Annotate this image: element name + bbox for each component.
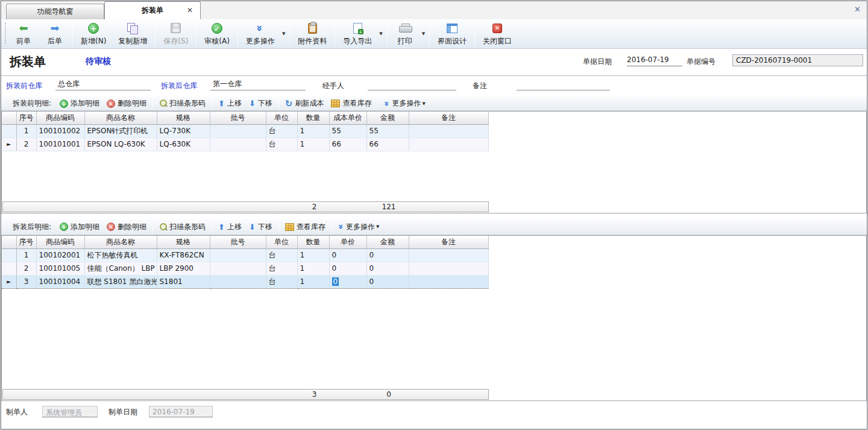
warehouse-after-label: 拆装后仓库: [161, 81, 197, 91]
maker-label: 制单人: [6, 407, 28, 417]
table-row[interactable]: 1 100102001 松下热敏传真机 KX-FT862CN 台 1 0 0: [2, 248, 488, 262]
col-remark[interactable]: 备注: [409, 236, 488, 248]
toolbar-separator: [153, 98, 153, 109]
col-remark[interactable]: 备注: [409, 112, 488, 124]
detail1-move-down-button[interactable]: ⬇ 下移: [245, 97, 276, 110]
detail1-move-up-label: 上移: [227, 98, 242, 109]
detail2-amount-total: 0: [368, 390, 410, 399]
next-doc-label: 后单: [48, 36, 62, 46]
col-unit[interactable]: 单位: [266, 112, 297, 124]
detail1-scan-barcode-button[interactable]: 扫描条形码: [156, 97, 209, 110]
col-seq[interactable]: 序号: [16, 236, 36, 248]
remark-field[interactable]: [517, 79, 610, 90]
save-label: 保存(S): [163, 36, 188, 46]
col-amount[interactable]: 金额: [366, 236, 409, 248]
detail2-header-row: 序号 商品编码 商品名称 规格 批号 单位 数量 单价 金额 备注: [2, 236, 488, 248]
plus-circle-icon: +: [60, 223, 68, 231]
col-spec[interactable]: 规格: [157, 236, 210, 248]
col-seq[interactable]: 序号: [16, 112, 36, 124]
tab-bar: 功能导航窗 拆装单 ✕ ✕: [1, 1, 867, 19]
detail2-move-up-label: 上移: [227, 222, 242, 232]
col-spec[interactable]: 规格: [157, 112, 210, 124]
col-batch[interactable]: 批号: [210, 112, 266, 124]
col-cost-price[interactable]: 成本单价: [329, 112, 366, 124]
detail1-view-stock-label: 查看库存: [342, 98, 371, 109]
toolbar-grip: [4, 23, 7, 45]
dropdown-arrow-icon[interactable]: ▼: [282, 31, 285, 36]
copy-add-button[interactable]: 复制新增: [112, 19, 153, 48]
detail2-move-down-button[interactable]: ⬇ 下移: [245, 221, 276, 233]
col-price[interactable]: 单价: [329, 236, 366, 248]
doc-date-field[interactable]: 2016-07-19: [627, 55, 682, 66]
detail2-grid-panel: 序号 商品编码 商品名称 规格 批号 单位 数量 单价 金额 备注 1 1001…: [1, 235, 867, 401]
detail2-delete-row-label: 删除明细: [118, 222, 146, 232]
remark-label: 备注: [473, 81, 487, 91]
arrow-right-icon: ➡: [50, 22, 59, 35]
tab-close-icon[interactable]: ✕: [187, 6, 193, 14]
detail2-qty-total: 3: [298, 390, 330, 399]
arrow-up-icon: ⬆: [218, 223, 225, 231]
tab-disassembly-order[interactable]: 拆装单 ✕: [104, 1, 201, 19]
detail2-view-stock-button[interactable]: 查看库存: [281, 221, 329, 233]
detail1-more-actions-label: 更多操作: [392, 98, 421, 109]
row-indicator: ►: [2, 275, 16, 288]
col-amount[interactable]: 金额: [366, 112, 409, 124]
detail1-more-actions-button[interactable]: » 更多操作 ▼: [380, 97, 431, 110]
editing-cell-value[interactable]: 0: [332, 277, 339, 286]
add-new-label: 新增(N): [81, 36, 106, 46]
more-actions-button[interactable]: » 更多操作: [240, 21, 281, 48]
detail1-view-stock-button[interactable]: 查看库存: [327, 97, 375, 110]
toolbar-separator: [335, 22, 335, 46]
table-row[interactable]: ► 2 100101001 EPSON LQ-630K LQ-630K 台 1 …: [2, 138, 488, 151]
make-date-field: 2016-07-19: [149, 406, 213, 417]
toolbar-separator: [196, 22, 197, 46]
print-button[interactable]: 打印: [389, 21, 421, 48]
col-unit[interactable]: 单位: [266, 236, 297, 248]
table-row[interactable]: 1 100101002 EPSON针式打印机 LQ-730K 台 1 55 55: [2, 124, 488, 138]
detail2-scan-barcode-button[interactable]: 扫描条形码: [156, 221, 209, 233]
tab-function-nav[interactable]: 功能导航窗: [6, 4, 104, 19]
col-product-code[interactable]: 商品编码: [36, 112, 84, 124]
doc-number-field: CZD-20160719-0001: [732, 54, 863, 66]
detail2-add-row-button[interactable]: + 添加明细: [56, 221, 103, 233]
attachments-button[interactable]: 附件资料: [292, 19, 333, 48]
col-product-name[interactable]: 商品名称: [84, 236, 157, 248]
clipboard-icon: [308, 23, 317, 34]
detail2-move-up-button[interactable]: ⬆ 上移: [215, 221, 245, 233]
add-new-button[interactable]: + 新增(N): [75, 19, 112, 48]
cross-circle-icon: ✕: [107, 223, 115, 231]
close-window-button[interactable]: ✕ 关闭窗口: [477, 19, 518, 48]
page-title: 拆装单: [10, 54, 46, 70]
detail2-scan-barcode-label: 扫描条形码: [169, 222, 206, 232]
detail2-delete-row-button[interactable]: ✕ 删除明细: [103, 221, 150, 233]
detail1-summary-bar: 2 121: [2, 201, 489, 212]
detail2-more-actions-button[interactable]: » 更多操作 ▼: [335, 221, 385, 233]
make-date-label: 制单日期: [108, 407, 137, 417]
col-qty[interactable]: 数量: [297, 236, 329, 248]
col-product-name[interactable]: 商品名称: [84, 112, 157, 124]
detail2-move-down-label: 下移: [258, 222, 272, 232]
detail1-move-down-label: 下移: [258, 98, 272, 109]
import-export-button[interactable]: ↓ 导入导出: [337, 21, 378, 48]
col-batch[interactable]: 批号: [210, 236, 266, 248]
table-row[interactable]: 2 100101005 佳能（Canon） LBP LBP 2900 台 1 0…: [2, 262, 488, 275]
prev-doc-button[interactable]: ⬅ 前单: [8, 19, 39, 48]
dropdown-arrow-icon[interactable]: ▼: [422, 31, 425, 36]
copy-add-label: 复制新增: [118, 36, 147, 46]
warehouse-after-field[interactable]: 第一仓库: [210, 79, 306, 90]
detail1-add-row-button[interactable]: + 添加明细: [56, 97, 103, 110]
audit-button[interactable]: ✓ 审核(A): [198, 19, 236, 48]
table-row-selected[interactable]: ► 3 100101004 联想 S1801 黑白激光 S1801 台 1 0 …: [2, 275, 488, 288]
handler-field[interactable]: [368, 79, 456, 90]
prev-doc-label: 前单: [16, 36, 31, 46]
detail1-move-up-button[interactable]: ⬆ 上移: [215, 97, 245, 110]
col-qty[interactable]: 数量: [297, 112, 329, 124]
detail1-refresh-cost-button[interactable]: ↻ 刷新成本: [281, 97, 328, 110]
col-product-code[interactable]: 商品编码: [36, 236, 84, 248]
detail1-delete-row-button[interactable]: ✕ 删除明细: [103, 97, 150, 110]
warehouse-before-field[interactable]: 总仓库: [55, 79, 151, 90]
ui-design-button[interactable]: 界面设计: [432, 19, 473, 48]
window-close-icon[interactable]: ✕: [854, 5, 861, 14]
dropdown-arrow-icon[interactable]: ▼: [379, 31, 382, 36]
next-doc-button[interactable]: ➡ 后单: [39, 19, 71, 48]
